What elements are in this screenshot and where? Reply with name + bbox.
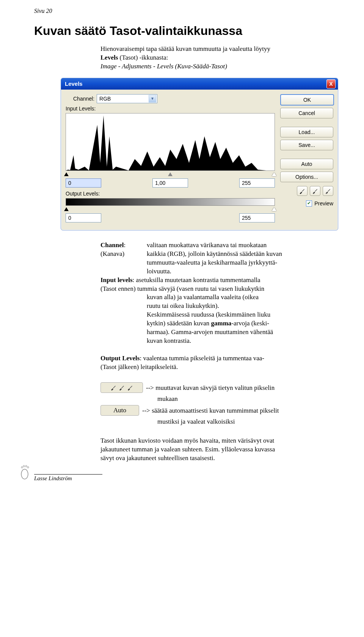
output-levels-term: Output Levels [100,355,140,362]
save-button[interactable]: Save... [280,140,333,150]
white-eyedropper-button[interactable] [323,186,333,196]
auto-button[interactable]: Auto [280,159,333,169]
cancel-button[interactable]: Cancel [280,108,333,118]
dialog-titlebar: Levels X [61,78,338,90]
input-desc-7: harmaa). Gamma-arvojen muuttaminen vähen… [147,328,273,336]
preview-label: Preview [314,200,333,207]
input-desc-6a: kytkin) säädetään kuvan [147,320,211,327]
input-desc-6c: -arvoja (keski- [231,320,269,327]
auto-button-small-label: Auto [113,406,126,415]
output-black-slider[interactable] [64,207,69,211]
output-high-field[interactable]: 255 [239,213,275,222]
intro-paragraph: Hienovaraisempi tapa säätää kuvan tummuu… [100,45,341,71]
output-white-slider[interactable] [272,207,276,211]
intro-levels-word: Levels [100,54,118,61]
auto-arrow-text-2: mustiksi ja vaaleat valkoisiksi [157,417,341,426]
definitions: Channel: (Kanava) valitaan muokattava vä… [100,241,341,372]
svg-point-0 [300,193,301,194]
input-desc-4: ruutu tai oikea liukukytkin). [147,302,219,309]
close-button[interactable]: X [326,79,336,88]
channel-desc-2: kaikkia (RGB), jolloin käytännössä sääde… [147,250,282,257]
svg-point-2 [326,193,326,194]
channel-term-paren: (Kanava) [100,250,124,257]
output-desc-2: leitapikseleitä. [139,363,178,371]
input-levels-paren: (Tasot ennen) [100,285,136,292]
gray-eyedropper-button[interactable] [310,186,320,196]
closing-paragraph: Tasot ikkunan kuviosto voidaan myös hava… [100,437,341,463]
channel-term: Channel [100,241,124,249]
svg-point-1 [313,193,314,194]
channel-desc-1: valitaan muokattava värikanava tai muoka… [147,241,267,249]
white-point-slider[interactable] [272,172,276,176]
page-footer-author: Lasse Lindström [34,474,102,482]
pipette-arrow-text: --> muuttavat kuvan sävyjä tietyn valitu… [146,382,341,393]
channel-label: Channel: [73,96,94,102]
preview-checkbox[interactable]: ✔ [306,200,312,207]
input-slider-track[interactable] [66,172,275,177]
input-desc-2: tummia sävyjä (vasen ruutu tai vasen liu… [136,285,264,292]
options-button[interactable]: Options... [280,172,333,182]
dialog-title: Levels [65,80,83,87]
output-desc-1: : vaalentaa tummia pikseleitä ja tumment… [140,355,264,362]
page-title: Kuvan säätö Tasot-valintaikkunassa [34,24,341,38]
svg-point-6 [25,465,27,467]
svg-point-3 [21,469,28,479]
output-slider-track[interactable] [66,207,275,212]
chevron-down-icon: ▼ [149,95,156,102]
black-point-slider[interactable] [64,172,69,176]
auto-button-small: Auto [100,405,139,416]
output-gradient [66,198,275,206]
pipette-arrow-text-2: mukaan [157,394,341,404]
arrow-list: --> muuttavat kuvan sävyjä tietyn valitu… [100,382,341,426]
svg-point-4 [21,467,23,468]
preview-checkbox-row[interactable]: ✔ Preview [280,200,333,207]
input-desc-8: kuvan kontrastia. [147,337,191,344]
eyedropper-icons-small [100,382,143,393]
input-desc-1: : asetuksilla muutetaan kontrastia tumme… [133,276,260,284]
input-levels-label: Input Levels: [66,106,275,112]
closing-2: jakautuneet tumman ja vaalean suhteen. E… [100,446,275,453]
load-button[interactable]: Load... [280,127,333,137]
channel-value: RGB [99,96,111,102]
input-mid-field[interactable]: 1,00 [152,178,188,188]
black-eyedropper-button[interactable] [297,186,308,196]
histogram [66,113,275,171]
auto-arrow-text-1: --> säätää automaattisesti kuvan tummimm… [142,405,341,415]
closing-1: Tasot ikkunan kuviosto voidaan myös hava… [100,437,274,444]
output-levels-label: Output Levels: [66,191,275,197]
gamma-word: gamma [211,320,231,327]
intro-text-1: Hienovaraisempi tapa säätää kuvan tummuu… [100,45,270,52]
output-levels-paren: (Tasot jälkeen) [100,363,139,371]
svg-point-7 [27,467,29,468]
channel-desc-3: tummuutta-vaaleutta ja keskiharmaalla jy… [147,259,277,266]
input-high-field[interactable]: 255 [239,178,275,188]
input-desc-3: kuvan alla) ja vaalantamalla vaaleita (o… [147,293,259,301]
input-levels-term: Input levels [100,276,133,284]
ok-button[interactable]: OK [280,94,334,106]
input-low-field[interactable]: 0 [66,178,101,188]
svg-point-5 [23,465,25,467]
page-number: Sivu 20 [34,8,341,14]
intro-menu-path: Image - Adjusments - Levels (Kuva-Säädä-… [100,63,227,70]
channel-select[interactable]: RGB ▼ [97,94,157,103]
channel-desc-4: loivuutta. [147,268,171,275]
footprint-icon [19,464,30,479]
levels-dialog: Levels X Channel: RGB ▼ Input Levels: [61,78,338,230]
gray-point-slider[interactable] [168,172,173,176]
input-desc-5: Keskimmäisessä ruudussa (keskimmäinen li… [147,311,270,318]
closing-3: sävyt ova jakautuneet suhteellisen tasai… [100,454,215,462]
output-low-field[interactable]: 0 [66,213,101,222]
intro-paren: (Tasot) -ikkunasta: [118,54,168,61]
